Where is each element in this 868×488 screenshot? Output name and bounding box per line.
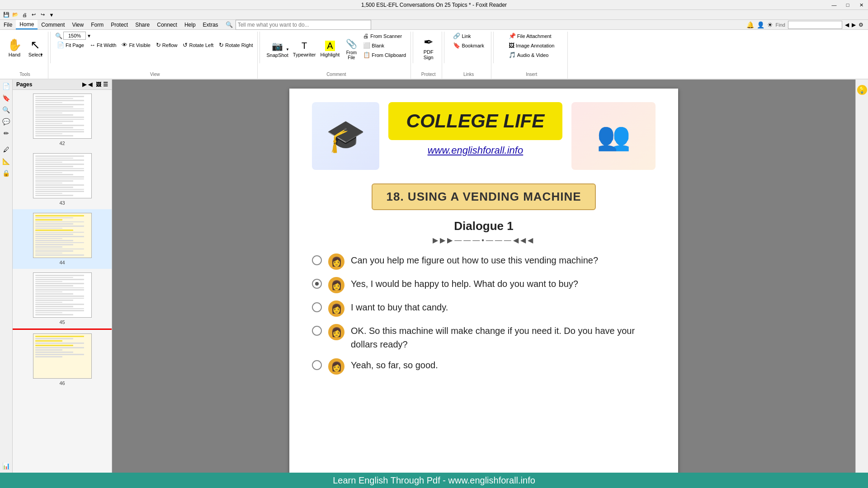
link-button[interactable]: 🔗 Link	[451, 32, 472, 40]
insert-label: Insert	[526, 72, 537, 77]
user-icon: 👤	[757, 21, 764, 28]
find-next-icon[interactable]: ▶	[852, 22, 856, 28]
content-area[interactable]: 🎓 COLLEGE LIFE www.englishforall.info 👥	[112, 80, 855, 473]
radio-2[interactable]	[312, 279, 322, 289]
typewriter-button[interactable]: T Typewriter	[291, 40, 318, 58]
main-layout: 📄 🔖 🔍 💬 ✏ 🖊 📐 🔒 📊 Pages ▶ ◀ 🖼 ☰	[0, 80, 868, 473]
left-tool-5[interactable]: ✏	[1, 128, 11, 138]
zoom-input[interactable]	[63, 32, 86, 40]
protect-label: Protect	[421, 72, 436, 77]
ribbon-search-input[interactable]	[236, 20, 371, 30]
highlight-icon: A	[325, 41, 335, 51]
website-link[interactable]: www.englishforall.info	[428, 145, 524, 156]
undo-icon[interactable]: ↩	[29, 11, 38, 19]
menu-share[interactable]: Share	[132, 20, 153, 29]
radio-5[interactable]	[312, 360, 322, 370]
blank-button[interactable]: ⬜ Blank	[361, 41, 408, 50]
snapshot-button[interactable]: 📷 SnapShot ▼	[264, 40, 290, 59]
file-attachment-button[interactable]: 📌 File Attachment	[507, 32, 553, 40]
title-bar: 1,500 ESL-EFL Conversations On 25 Topics…	[0, 0, 868, 10]
image-annotation-button[interactable]: 🖼 Image Annotation	[507, 41, 557, 50]
page-num-45: 45	[59, 319, 65, 325]
from-clipboard-button[interactable]: 📋 From Clipboard	[361, 51, 408, 59]
avatar-3: 👩	[328, 300, 344, 317]
snapshot-icon: 📷	[272, 41, 283, 52]
comment-label: Comment	[326, 72, 346, 77]
from-scanner-button[interactable]: 🖨 From Scanner	[361, 32, 408, 40]
radio-4[interactable]	[312, 326, 322, 336]
comment-items: 📷 SnapShot ▼ T Typewriter A Highlight 📎 …	[264, 32, 408, 74]
menu-comment[interactable]: Comment	[38, 20, 68, 29]
sidebar-collapse-icon[interactable]: ◀	[88, 81, 92, 88]
hand-icon: ✋	[7, 38, 22, 52]
pdf-sign-button[interactable]: ✒ PDF Sign	[419, 32, 439, 63]
snapshot-dropdown-icon[interactable]: ▼	[286, 47, 289, 52]
select-button[interactable]: ↖ Select ▼	[25, 32, 45, 63]
highlight-button[interactable]: A Highlight	[319, 40, 342, 58]
radio-1[interactable]	[312, 255, 322, 265]
save-icon[interactable]: 💾	[2, 11, 10, 19]
minimize-button[interactable]: —	[827, 0, 841, 10]
sidebar-header: Pages ▶ ◀ 🖼 ☰	[13, 80, 112, 90]
page-thumb-45[interactable]: 45	[13, 269, 112, 328]
open-icon[interactable]: 📂	[11, 11, 19, 19]
sidebar: Pages ▶ ◀ 🖼 ☰	[13, 80, 112, 473]
line-text-3: I want to buy that candy.	[351, 300, 656, 314]
find-prev-icon[interactable]: ◀	[845, 22, 849, 28]
left-tool-6[interactable]: 🖊	[1, 145, 11, 155]
from-file-button[interactable]: 📎 From File	[342, 38, 360, 61]
page-thumb-43[interactable]: 43	[13, 150, 112, 209]
hint-icon[interactable]: 💡	[857, 85, 867, 95]
menu-form[interactable]: Form	[87, 20, 107, 29]
from-options: 🖨 From Scanner ⬜ Blank 📋 From Clipboard	[361, 32, 408, 66]
blank-icon: ⬜	[363, 42, 370, 49]
find-options-icon[interactable]: ⚙	[859, 22, 863, 28]
tools-items: ✋ Hand ↖ Select ▼	[5, 32, 45, 70]
select-dropdown-icon[interactable]: ▼	[40, 53, 43, 57]
left-tool-3[interactable]: 🔍	[1, 105, 11, 115]
page-header: 🎓 COLLEGE LIFE www.englishforall.info 👥	[312, 102, 656, 170]
left-tool-1[interactable]: 📄	[1, 81, 11, 91]
zoom-out-icon[interactable]: 🔍	[55, 33, 62, 39]
maximize-button[interactable]: □	[841, 0, 854, 10]
left-tool-4[interactable]: 💬	[1, 117, 11, 127]
menu-help[interactable]: Help	[181, 20, 199, 29]
sidebar-pages: 42	[13, 90, 112, 473]
fit-width-button[interactable]: ↔ Fit Width	[88, 41, 118, 49]
menu-home[interactable]: Home	[16, 20, 38, 29]
left-tool-2[interactable]: 🔖	[1, 93, 11, 103]
rotate-right-button[interactable]: ↻ Rotate Right	[217, 41, 255, 49]
rotate-left-button[interactable]: ↺ Rotate Left	[181, 41, 215, 49]
fit-visible-button[interactable]: 👁 Fit Visible	[120, 41, 152, 49]
redo-icon[interactable]: ↪	[38, 11, 47, 19]
page-thumb-44[interactable]: 44	[13, 209, 112, 269]
sidebar-thumb-icon[interactable]: 🖼	[96, 81, 101, 88]
page-thumb-46[interactable]: 46	[13, 328, 112, 389]
menu-view[interactable]: View	[68, 20, 87, 29]
audio-video-button[interactable]: 🎵 Audio & Video	[507, 51, 551, 59]
radio-3[interactable]	[312, 302, 322, 312]
menu-connect[interactable]: Connect	[153, 20, 181, 29]
left-tool-7[interactable]: 📐	[1, 156, 11, 166]
reflow-button[interactable]: ↻ Reflow	[154, 41, 179, 49]
print-icon[interactable]: 🖨	[20, 11, 28, 19]
avatar-4: 👩	[328, 324, 344, 340]
menu-protect[interactable]: Protect	[107, 20, 132, 29]
bookmark-button[interactable]: 🔖 Bookmark	[451, 41, 486, 50]
close-button[interactable]: ✕	[854, 0, 868, 10]
zoom-dropdown-icon[interactable]: ▼	[87, 33, 91, 38]
sidebar-expand-icon[interactable]: ▶	[82, 81, 86, 88]
dialogue-line-5: 👩 Yeah, so far, so good.	[312, 358, 656, 375]
dropdown-icon[interactable]: ▼	[47, 11, 56, 19]
left-tool-8[interactable]: 🔒	[1, 168, 11, 178]
page-thumb-42[interactable]: 42	[13, 90, 112, 150]
left-tool-9[interactable]: 📊	[1, 461, 11, 471]
select-icon: ↖	[30, 38, 40, 52]
hand-button[interactable]: ✋ Hand	[5, 32, 24, 63]
menu-file[interactable]: File	[0, 20, 16, 29]
insert-items: 📌 File Attachment 🖼 Image Annotation 🎵 A…	[507, 32, 557, 66]
find-input[interactable]	[788, 21, 842, 29]
sidebar-list-icon[interactable]: ☰	[103, 81, 108, 88]
menu-extras[interactable]: Extras	[199, 20, 222, 29]
fit-page-button[interactable]: 📄 Fit Page	[55, 41, 86, 49]
